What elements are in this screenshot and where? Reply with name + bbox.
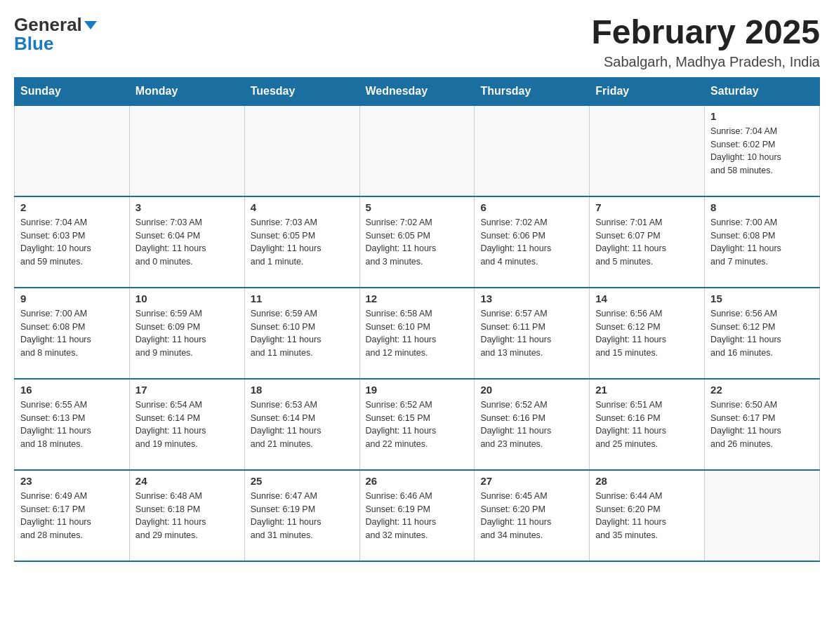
day-info: Sunrise: 6:47 AMSunset: 6:19 PMDaylight:… — [251, 490, 354, 542]
calendar-cell: 5Sunrise: 7:02 AMSunset: 6:05 PMDaylight… — [359, 196, 475, 288]
column-header-saturday: Saturday — [705, 77, 820, 105]
day-number: 25 — [251, 475, 354, 487]
location-subtitle: Sabalgarh, Madhya Pradesh, India — [591, 54, 820, 70]
day-number: 11 — [251, 293, 354, 304]
calendar-cell: 17Sunrise: 6:54 AMSunset: 6:14 PMDayligh… — [129, 379, 244, 470]
logo: General Blue — [14, 14, 97, 55]
day-info: Sunrise: 6:52 AMSunset: 6:15 PMDaylight:… — [366, 398, 469, 451]
day-number: 18 — [251, 384, 354, 396]
day-info: Sunrise: 7:04 AMSunset: 6:02 PMDaylight:… — [710, 125, 814, 177]
calendar-cell: 28Sunrise: 6:44 AMSunset: 6:20 PMDayligh… — [590, 470, 705, 561]
day-number: 13 — [480, 293, 583, 304]
day-info: Sunrise: 6:57 AMSunset: 6:11 PMDaylight:… — [480, 307, 583, 360]
day-number: 2 — [20, 201, 124, 213]
day-info: Sunrise: 6:58 AMSunset: 6:10 PMDaylight:… — [366, 307, 469, 360]
calendar-week-row: 9Sunrise: 7:00 AMSunset: 6:08 PMDaylight… — [15, 288, 820, 379]
calendar-cell: 27Sunrise: 6:45 AMSunset: 6:20 PMDayligh… — [475, 470, 590, 561]
day-info: Sunrise: 6:48 AMSunset: 6:18 PMDaylight:… — [135, 490, 239, 542]
day-info: Sunrise: 7:00 AMSunset: 6:08 PMDaylight:… — [20, 307, 124, 360]
calendar-cell — [244, 105, 359, 196]
calendar-cell — [129, 105, 244, 196]
day-number: 7 — [595, 201, 699, 213]
calendar-cell: 6Sunrise: 7:02 AMSunset: 6:06 PMDaylight… — [475, 196, 590, 288]
calendar-cell: 7Sunrise: 7:01 AMSunset: 6:07 PMDaylight… — [590, 196, 705, 288]
page-header: General Blue February 2025 Sabalgarh, Ma… — [14, 14, 820, 70]
calendar-cell: 24Sunrise: 6:48 AMSunset: 6:18 PMDayligh… — [129, 470, 244, 561]
day-info: Sunrise: 6:53 AMSunset: 6:14 PMDaylight:… — [251, 398, 354, 451]
day-info: Sunrise: 7:03 AMSunset: 6:04 PMDaylight:… — [135, 216, 239, 269]
day-number: 19 — [366, 384, 469, 396]
day-info: Sunrise: 6:56 AMSunset: 6:12 PMDaylight:… — [710, 307, 814, 360]
day-number: 12 — [366, 293, 469, 304]
day-info: Sunrise: 7:01 AMSunset: 6:07 PMDaylight:… — [595, 216, 699, 269]
day-number: 26 — [366, 475, 469, 487]
calendar-header-row: SundayMondayTuesdayWednesdayThursdayFrid… — [15, 77, 820, 105]
day-number: 21 — [595, 384, 699, 396]
calendar-cell: 20Sunrise: 6:52 AMSunset: 6:16 PMDayligh… — [475, 379, 590, 470]
calendar-cell: 25Sunrise: 6:47 AMSunset: 6:19 PMDayligh… — [244, 470, 359, 561]
column-header-monday: Monday — [129, 77, 244, 105]
calendar-cell: 4Sunrise: 7:03 AMSunset: 6:05 PMDaylight… — [244, 196, 359, 288]
day-info: Sunrise: 6:51 AMSunset: 6:16 PMDaylight:… — [595, 398, 699, 451]
day-number: 24 — [135, 475, 239, 487]
calendar-cell: 18Sunrise: 6:53 AMSunset: 6:14 PMDayligh… — [244, 379, 359, 470]
day-number: 22 — [710, 384, 814, 396]
day-number: 5 — [366, 201, 469, 213]
title-area: February 2025 Sabalgarh, Madhya Pradesh,… — [591, 14, 820, 70]
day-info: Sunrise: 6:59 AMSunset: 6:09 PMDaylight:… — [135, 307, 239, 360]
calendar-cell: 15Sunrise: 6:56 AMSunset: 6:12 PMDayligh… — [705, 288, 820, 379]
calendar-week-row: 1Sunrise: 7:04 AMSunset: 6:02 PMDaylight… — [15, 105, 820, 196]
calendar-cell: 26Sunrise: 6:46 AMSunset: 6:19 PMDayligh… — [359, 470, 475, 561]
day-number: 23 — [20, 475, 124, 487]
day-number: 10 — [135, 293, 239, 304]
day-info: Sunrise: 6:56 AMSunset: 6:12 PMDaylight:… — [595, 307, 699, 360]
logo-blue-text: Blue — [14, 33, 97, 55]
day-number: 16 — [20, 384, 124, 396]
calendar-cell: 16Sunrise: 6:55 AMSunset: 6:13 PMDayligh… — [15, 379, 130, 470]
day-info: Sunrise: 6:50 AMSunset: 6:17 PMDaylight:… — [710, 398, 814, 451]
day-info: Sunrise: 6:44 AMSunset: 6:20 PMDaylight:… — [595, 490, 699, 542]
column-header-friday: Friday — [590, 77, 705, 105]
day-number: 15 — [710, 293, 814, 304]
calendar-cell: 19Sunrise: 6:52 AMSunset: 6:15 PMDayligh… — [359, 379, 475, 470]
day-info: Sunrise: 7:00 AMSunset: 6:08 PMDaylight:… — [710, 216, 814, 269]
day-info: Sunrise: 7:02 AMSunset: 6:06 PMDaylight:… — [480, 216, 583, 269]
day-info: Sunrise: 6:54 AMSunset: 6:14 PMDaylight:… — [135, 398, 239, 451]
day-number: 1 — [710, 110, 814, 122]
calendar-cell: 8Sunrise: 7:00 AMSunset: 6:08 PMDaylight… — [705, 196, 820, 288]
day-info: Sunrise: 7:03 AMSunset: 6:05 PMDaylight:… — [251, 216, 354, 269]
calendar-cell: 21Sunrise: 6:51 AMSunset: 6:16 PMDayligh… — [590, 379, 705, 470]
calendar-cell: 3Sunrise: 7:03 AMSunset: 6:04 PMDaylight… — [129, 196, 244, 288]
calendar-cell — [590, 105, 705, 196]
calendar-week-row: 16Sunrise: 6:55 AMSunset: 6:13 PMDayligh… — [15, 379, 820, 470]
day-info: Sunrise: 6:46 AMSunset: 6:19 PMDaylight:… — [366, 490, 469, 542]
logo-arrow-icon — [84, 21, 97, 29]
calendar-cell — [475, 105, 590, 196]
month-title: February 2025 — [591, 14, 820, 51]
day-info: Sunrise: 7:02 AMSunset: 6:05 PMDaylight:… — [366, 216, 469, 269]
day-info: Sunrise: 6:49 AMSunset: 6:17 PMDaylight:… — [20, 490, 124, 542]
day-number: 3 — [135, 201, 239, 213]
calendar-cell: 1Sunrise: 7:04 AMSunset: 6:02 PMDaylight… — [705, 105, 820, 196]
column-header-thursday: Thursday — [475, 77, 590, 105]
calendar-table: SundayMondayTuesdayWednesdayThursdayFrid… — [14, 77, 820, 562]
calendar-cell: 10Sunrise: 6:59 AMSunset: 6:09 PMDayligh… — [129, 288, 244, 379]
calendar-week-row: 23Sunrise: 6:49 AMSunset: 6:17 PMDayligh… — [15, 470, 820, 561]
column-header-sunday: Sunday — [15, 77, 130, 105]
day-number: 28 — [595, 475, 699, 487]
calendar-week-row: 2Sunrise: 7:04 AMSunset: 6:03 PMDaylight… — [15, 196, 820, 288]
day-number: 9 — [20, 293, 124, 304]
calendar-cell: 23Sunrise: 6:49 AMSunset: 6:17 PMDayligh… — [15, 470, 130, 561]
calendar-cell — [15, 105, 130, 196]
day-number: 8 — [710, 201, 814, 213]
day-number: 20 — [480, 384, 583, 396]
day-info: Sunrise: 6:59 AMSunset: 6:10 PMDaylight:… — [251, 307, 354, 360]
day-number: 4 — [251, 201, 354, 213]
calendar-cell: 12Sunrise: 6:58 AMSunset: 6:10 PMDayligh… — [359, 288, 475, 379]
calendar-cell: 14Sunrise: 6:56 AMSunset: 6:12 PMDayligh… — [590, 288, 705, 379]
day-info: Sunrise: 6:52 AMSunset: 6:16 PMDaylight:… — [480, 398, 583, 451]
day-number: 14 — [595, 293, 699, 304]
calendar-cell: 22Sunrise: 6:50 AMSunset: 6:17 PMDayligh… — [705, 379, 820, 470]
day-number: 6 — [480, 201, 583, 213]
calendar-cell: 9Sunrise: 7:00 AMSunset: 6:08 PMDaylight… — [15, 288, 130, 379]
